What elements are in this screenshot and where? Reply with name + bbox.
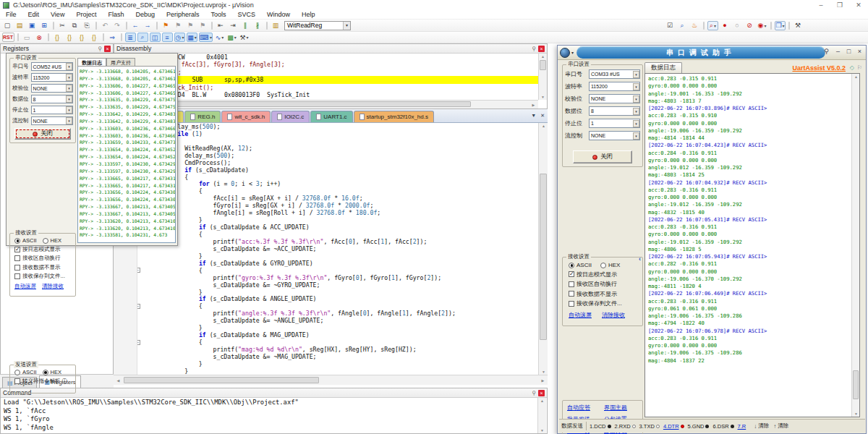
checkbox-icon[interactable] [569, 301, 574, 307]
setting-combo[interactable]: COM33 #US▾ [589, 69, 640, 79]
radio-icon[interactable] [43, 370, 48, 375]
menu-item[interactable]: Flash [102, 11, 129, 18]
ua-log-output[interactable]: acc:0.283 -0.315 0.911gyro:0.000 0.000 0… [644, 73, 860, 417]
quick-link[interactable]: 界面主题 [604, 404, 641, 412]
gem-icon[interactable]: ◇ [850, 64, 854, 71]
disassembly-vscrollbar[interactable]: ▲ ▼ [538, 54, 547, 100]
close-icon[interactable]: × [538, 390, 545, 396]
chevron-down-icon[interactable]: ▾ [633, 132, 639, 140]
checkbox-option[interactable]: 接收区自动换行 [569, 280, 642, 288]
chevron-down-icon[interactable]: ▾ [343, 22, 350, 30]
radio-option[interactable]: HEX [43, 369, 61, 375]
setting-combo[interactable]: 115200▾ [31, 73, 74, 82]
action-link[interactable]: 自动滚屏 [569, 311, 592, 319]
menu-item[interactable]: Help [296, 11, 321, 18]
scroll-up-arrow[interactable]: ▲ [539, 54, 547, 59]
scroll-down-arrow[interactable]: ▼ [539, 95, 547, 99]
mini-log-output[interactable]: RPY-> -3.133668, 0.104205, 4.673461RPY->… [77, 67, 176, 243]
pin-icon[interactable]: ⚲ [532, 390, 536, 396]
setting-combo[interactable]: NONE▾ [31, 116, 74, 125]
chevron-down-icon[interactable]: ▾ [633, 120, 639, 127]
checkbox-icon[interactable] [14, 255, 20, 261]
scroll-thumb[interactable] [540, 174, 547, 340]
editor-file-tab[interactable]: REG.h [184, 111, 221, 122]
setting-combo[interactable]: 8▾ [31, 95, 74, 103]
scroll-down-arrow[interactable]: ▼ [540, 370, 548, 374]
setting-combo[interactable]: 1▾ [589, 119, 640, 128]
close-button[interactable]: ✕ [849, 1, 868, 9]
scroll-right-arrow[interactable]: ▶ [539, 378, 547, 383]
radio-icon[interactable] [14, 370, 20, 375]
chevron-down-icon[interactable]: ▾ [66, 106, 72, 114]
checkbox-icon[interactable] [569, 271, 574, 277]
chevron-down-icon[interactable]: ▾ [633, 71, 639, 78]
menu-item[interactable]: Edit [22, 11, 46, 18]
menu-item[interactable]: File [0, 11, 22, 18]
radio-icon[interactable] [43, 238, 48, 244]
chevron-down-icon[interactable]: ▾ [633, 83, 639, 90]
radio-option[interactable]: ASCII [569, 262, 592, 268]
pin-icon[interactable]: ⚲ [822, 48, 831, 55]
radio-option[interactable]: ASCII [14, 369, 37, 375]
editor-file-tab[interactable]: IOI2C.c [271, 111, 310, 122]
chevron-down-icon[interactable]: ▾ [633, 108, 639, 115]
scroll-thumb[interactable] [124, 377, 319, 383]
notification-bell-icon[interactable]: ⚐ [857, 64, 862, 71]
pin-icon[interactable]: ⚲ [98, 46, 102, 52]
scroll-thumb[interactable] [540, 60, 546, 70]
checkbox-option[interactable]: 接收数据不显示 [569, 290, 642, 298]
editor-file-tab[interactable]: wit_c_sdk.h [221, 111, 271, 122]
maximize-button[interactable]: ❐ [830, 1, 849, 9]
setting-combo[interactable]: 8▾ [589, 106, 640, 116]
maximize-button[interactable]: □ [844, 48, 854, 55]
action-link[interactable]: 清除接收 [602, 311, 625, 319]
menu-item[interactable]: Window [261, 11, 296, 18]
scroll-right-arrow[interactable]: ▶ [529, 103, 537, 107]
checkbox-option[interactable]: 接收数据不显示 [14, 264, 75, 271]
action-link[interactable]: 自动滚屏 [14, 283, 36, 290]
radio-option[interactable]: ASCII [14, 237, 37, 244]
tab-list-icon[interactable]: ▼ [531, 113, 536, 119]
mini-close-port-button[interactable]: 关闭 [14, 128, 71, 140]
command-vscrollbar[interactable]: ▲ ▼ [537, 398, 546, 433]
close-button[interactable]: × [855, 48, 864, 55]
checkbox-icon[interactable] [14, 273, 20, 279]
quick-link[interactable]: 自动应答 [567, 404, 604, 412]
radio-option[interactable]: HEX [43, 237, 61, 244]
checkbox-option[interactable]: 接收保存到文件... [14, 273, 75, 280]
menu-item[interactable]: Debug [129, 11, 161, 18]
ua-log-vscrollbar[interactable]: ▲ ▼ [851, 74, 859, 417]
scroll-down-arrow[interactable]: ▼ [538, 428, 546, 433]
checkbox-option[interactable]: 按日志模式显示 [569, 271, 642, 278]
collapse-panel-icon[interactable]: ‹ [639, 255, 641, 263]
version-link[interactable]: UartAssist V5.0.2 [792, 64, 846, 72]
chevron-down-icon[interactable]: ▾ [66, 85, 72, 92]
chevron-down-icon[interactable]: ▾ [66, 74, 72, 81]
chevron-down-icon[interactable]: ▾ [66, 117, 72, 124]
checkbox-icon[interactable] [14, 265, 20, 271]
log-tab[interactable]: 数据日志 [77, 58, 106, 66]
scroll-down-arrow[interactable]: ▼ [852, 412, 860, 416]
ua-close-port-button[interactable]: 关闭 [573, 150, 632, 163]
close-icon[interactable]: × [538, 46, 545, 52]
checkbox-icon[interactable] [569, 281, 574, 287]
scroll-up-arrow[interactable]: ▲ [852, 75, 860, 79]
command-output[interactable]: Load "G:\\Jetson\\ROS_IMU\\Samples\\STM3… [1, 399, 537, 433]
setting-combo[interactable]: 1▾ [31, 106, 74, 114]
checkbox-option[interactable]: 转义符指令解析 ⓘ [14, 378, 75, 385]
radio-icon[interactable] [569, 263, 574, 268]
checkbox-icon[interactable] [569, 291, 574, 297]
menu-item[interactable]: Project [70, 11, 102, 18]
chevron-down-icon[interactable]: ▾ [66, 63, 72, 70]
minimize-button[interactable]: – [812, 1, 830, 9]
setting-combo[interactable]: COM52 #US▾ [31, 62, 74, 71]
menu-item[interactable]: SVCS [232, 11, 262, 18]
editor-vscrollbar[interactable]: ▲ ▼ [538, 123, 548, 375]
setting-combo[interactable]: NONE▾ [589, 94, 640, 103]
menu-item[interactable]: Peripherals [161, 11, 205, 18]
chevron-down-icon[interactable]: ▾ [633, 95, 639, 103]
checkbox-option[interactable]: 按日志模式显示 [14, 246, 75, 253]
radio-icon[interactable] [14, 238, 20, 244]
action-link[interactable]: 清除接收 [42, 283, 64, 290]
editor-hscrollbar[interactable]: ◀ ▶ [114, 375, 548, 385]
